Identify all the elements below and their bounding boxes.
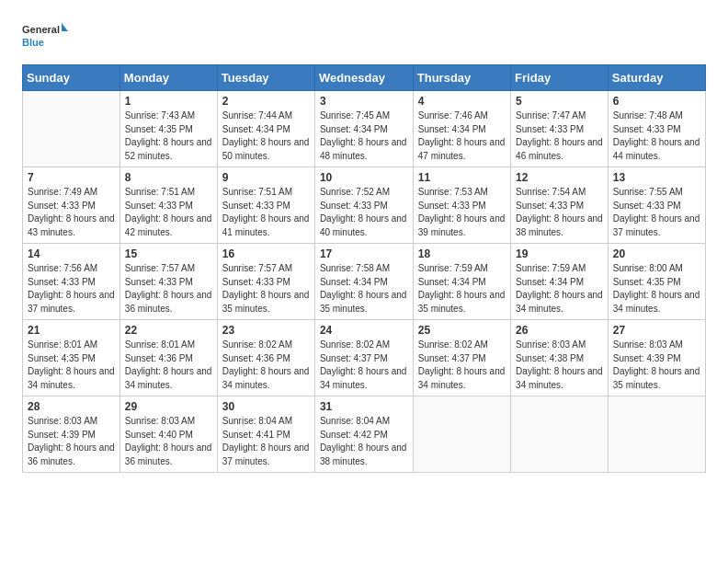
calendar-cell: 23Sunrise: 8:02 AMSunset: 4:36 PMDayligh… <box>217 320 314 396</box>
day-info: Sunrise: 7:57 AMSunset: 4:33 PMDaylight:… <box>222 262 310 316</box>
col-header-tuesday: Tuesday <box>217 65 314 91</box>
day-info: Sunrise: 8:02 AMSunset: 4:37 PMDaylight:… <box>418 339 506 392</box>
day-info: Sunrise: 8:04 AMSunset: 4:42 PMDaylight:… <box>320 415 408 468</box>
calendar-cell: 2Sunrise: 7:44 AMSunset: 4:34 PMDaylight… <box>217 91 314 167</box>
col-header-wednesday: Wednesday <box>314 65 413 91</box>
day-number: 8 <box>125 171 212 184</box>
day-number: 16 <box>222 247 310 260</box>
day-info: Sunrise: 8:01 AMSunset: 4:35 PMDaylight:… <box>28 339 115 392</box>
day-info: Sunrise: 8:01 AMSunset: 4:36 PMDaylight:… <box>125 339 212 392</box>
calendar-cell: 17Sunrise: 7:58 AMSunset: 4:34 PMDayligh… <box>314 244 413 320</box>
calendar-cell: 24Sunrise: 8:02 AMSunset: 4:37 PMDayligh… <box>314 320 413 396</box>
calendar-cell: 9Sunrise: 7:51 AMSunset: 4:33 PMDaylight… <box>217 167 314 244</box>
day-number: 27 <box>613 324 700 337</box>
day-info: Sunrise: 7:49 AMSunset: 4:33 PMDaylight:… <box>28 186 115 239</box>
day-number: 22 <box>125 324 212 337</box>
day-info: Sunrise: 8:02 AMSunset: 4:36 PMDaylight:… <box>222 339 310 392</box>
calendar-cell: 12Sunrise: 7:54 AMSunset: 4:33 PMDayligh… <box>511 167 609 244</box>
calendar-cell <box>511 396 609 473</box>
calendar-cell: 4Sunrise: 7:46 AMSunset: 4:34 PMDaylight… <box>413 91 510 167</box>
day-number: 3 <box>320 95 408 108</box>
col-header-saturday: Saturday <box>608 65 705 91</box>
calendar-header-row: SundayMondayTuesdayWednesdayThursdayFrid… <box>23 65 706 91</box>
calendar-cell: 15Sunrise: 7:57 AMSunset: 4:33 PMDayligh… <box>119 244 217 320</box>
day-info: Sunrise: 7:57 AMSunset: 4:33 PMDaylight:… <box>125 262 212 316</box>
day-info: Sunrise: 8:04 AMSunset: 4:41 PMDaylight:… <box>222 415 310 468</box>
page-header: General Blue <box>22 18 706 55</box>
day-number: 10 <box>320 171 408 184</box>
day-number: 5 <box>516 95 603 108</box>
calendar-week-row: 28Sunrise: 8:03 AMSunset: 4:39 PMDayligh… <box>23 396 706 473</box>
day-number: 11 <box>418 171 506 184</box>
day-number: 15 <box>125 247 212 260</box>
day-info: Sunrise: 7:51 AMSunset: 4:33 PMDaylight:… <box>222 186 310 239</box>
col-header-friday: Friday <box>511 65 609 91</box>
calendar-cell: 21Sunrise: 8:01 AMSunset: 4:35 PMDayligh… <box>23 320 120 396</box>
day-number: 6 <box>613 95 700 108</box>
calendar-cell: 26Sunrise: 8:03 AMSunset: 4:38 PMDayligh… <box>511 320 609 396</box>
day-number: 25 <box>418 324 506 337</box>
calendar-cell <box>608 396 705 473</box>
day-number: 7 <box>28 171 115 184</box>
col-header-sunday: Sunday <box>23 65 120 91</box>
day-info: Sunrise: 7:59 AMSunset: 4:34 PMDaylight:… <box>418 262 506 316</box>
day-number: 26 <box>516 324 603 337</box>
calendar-cell: 22Sunrise: 8:01 AMSunset: 4:36 PMDayligh… <box>119 320 217 396</box>
day-number: 20 <box>613 247 700 260</box>
svg-marker-2 <box>62 23 68 31</box>
svg-text:General: General <box>22 24 60 35</box>
day-number: 12 <box>516 171 603 184</box>
calendar-cell: 6Sunrise: 7:48 AMSunset: 4:33 PMDaylight… <box>608 91 705 167</box>
day-info: Sunrise: 7:45 AMSunset: 4:34 PMDaylight:… <box>320 109 408 163</box>
day-info: Sunrise: 7:48 AMSunset: 4:33 PMDaylight:… <box>613 109 700 163</box>
calendar-cell: 20Sunrise: 8:00 AMSunset: 4:35 PMDayligh… <box>608 244 705 320</box>
day-number: 13 <box>613 171 700 184</box>
calendar-cell <box>23 91 120 167</box>
day-info: Sunrise: 8:02 AMSunset: 4:37 PMDaylight:… <box>320 339 408 392</box>
calendar-cell: 5Sunrise: 7:47 AMSunset: 4:33 PMDaylight… <box>511 91 609 167</box>
day-info: Sunrise: 7:58 AMSunset: 4:34 PMDaylight:… <box>320 262 408 316</box>
day-info: Sunrise: 8:03 AMSunset: 4:39 PMDaylight:… <box>613 339 700 392</box>
day-number: 21 <box>28 324 115 337</box>
day-number: 24 <box>320 324 408 337</box>
day-number: 19 <box>516 247 603 260</box>
calendar-cell: 1Sunrise: 7:43 AMSunset: 4:35 PMDaylight… <box>119 91 217 167</box>
day-info: Sunrise: 7:59 AMSunset: 4:34 PMDaylight:… <box>516 262 603 316</box>
col-header-monday: Monday <box>119 65 217 91</box>
calendar-cell: 3Sunrise: 7:45 AMSunset: 4:34 PMDaylight… <box>314 91 413 167</box>
day-info: Sunrise: 7:43 AMSunset: 4:35 PMDaylight:… <box>125 109 212 163</box>
calendar-cell: 30Sunrise: 8:04 AMSunset: 4:41 PMDayligh… <box>217 396 314 473</box>
calendar-cell: 8Sunrise: 7:51 AMSunset: 4:33 PMDaylight… <box>119 167 217 244</box>
calendar-cell: 10Sunrise: 7:52 AMSunset: 4:33 PMDayligh… <box>314 167 413 244</box>
day-info: Sunrise: 7:51 AMSunset: 4:33 PMDaylight:… <box>125 186 212 239</box>
calendar-cell: 14Sunrise: 7:56 AMSunset: 4:33 PMDayligh… <box>23 244 120 320</box>
svg-text:Blue: Blue <box>22 37 44 48</box>
col-header-thursday: Thursday <box>413 65 510 91</box>
calendar-cell: 25Sunrise: 8:02 AMSunset: 4:37 PMDayligh… <box>413 320 510 396</box>
calendar-cell: 29Sunrise: 8:03 AMSunset: 4:40 PMDayligh… <box>119 396 217 473</box>
logo: General Blue <box>22 18 68 55</box>
day-number: 28 <box>28 400 115 413</box>
day-info: Sunrise: 7:47 AMSunset: 4:33 PMDaylight:… <box>516 109 603 163</box>
calendar-week-row: 1Sunrise: 7:43 AMSunset: 4:35 PMDaylight… <box>23 91 706 167</box>
day-info: Sunrise: 7:53 AMSunset: 4:33 PMDaylight:… <box>418 186 506 239</box>
day-info: Sunrise: 7:46 AMSunset: 4:34 PMDaylight:… <box>418 109 506 163</box>
calendar-cell: 28Sunrise: 8:03 AMSunset: 4:39 PMDayligh… <box>23 396 120 473</box>
calendar-cell: 19Sunrise: 7:59 AMSunset: 4:34 PMDayligh… <box>511 244 609 320</box>
day-number: 9 <box>222 171 310 184</box>
calendar-cell: 16Sunrise: 7:57 AMSunset: 4:33 PMDayligh… <box>217 244 314 320</box>
day-info: Sunrise: 7:56 AMSunset: 4:33 PMDaylight:… <box>28 262 115 316</box>
day-info: Sunrise: 7:52 AMSunset: 4:33 PMDaylight:… <box>320 186 408 239</box>
calendar-table: SundayMondayTuesdayWednesdayThursdayFrid… <box>22 64 706 473</box>
day-info: Sunrise: 8:00 AMSunset: 4:35 PMDaylight:… <box>613 262 700 316</box>
calendar-cell: 11Sunrise: 7:53 AMSunset: 4:33 PMDayligh… <box>413 167 510 244</box>
day-info: Sunrise: 8:03 AMSunset: 4:38 PMDaylight:… <box>516 339 603 392</box>
calendar-cell: 13Sunrise: 7:55 AMSunset: 4:33 PMDayligh… <box>608 167 705 244</box>
calendar-week-row: 7Sunrise: 7:49 AMSunset: 4:33 PMDaylight… <box>23 167 706 244</box>
day-number: 18 <box>418 247 506 260</box>
calendar-cell: 7Sunrise: 7:49 AMSunset: 4:33 PMDaylight… <box>23 167 120 244</box>
calendar-cell: 18Sunrise: 7:59 AMSunset: 4:34 PMDayligh… <box>413 244 510 320</box>
day-number: 1 <box>125 95 212 108</box>
day-number: 4 <box>418 95 506 108</box>
day-number: 31 <box>320 400 408 413</box>
